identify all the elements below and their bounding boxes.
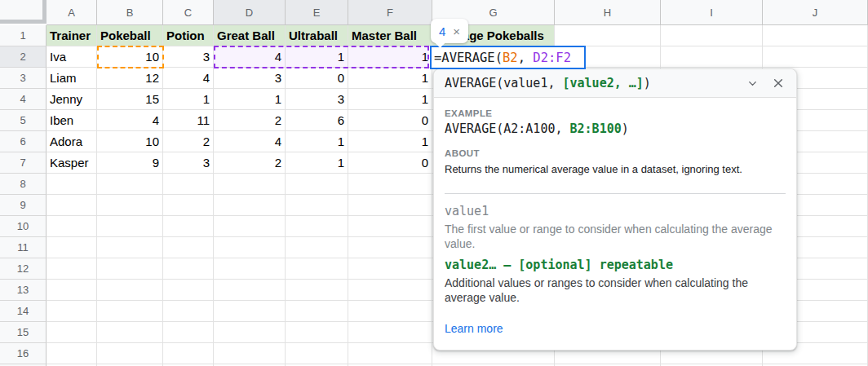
cell-I1[interactable] bbox=[661, 25, 763, 46]
cell-E8[interactable] bbox=[286, 174, 348, 195]
row-header-2[interactable]: 2 bbox=[0, 46, 46, 68]
cell-C9[interactable] bbox=[163, 195, 214, 216]
row-header-5[interactable]: 5 bbox=[0, 110, 46, 131]
cell-C5[interactable]: 11 bbox=[163, 110, 214, 131]
learn-more-link[interactable]: Learn more bbox=[445, 322, 786, 335]
cell-B14[interactable] bbox=[97, 301, 163, 322]
col-header-I[interactable]: I bbox=[661, 0, 763, 25]
cell-B7[interactable]: 9 bbox=[97, 152, 163, 174]
cell-B10[interactable] bbox=[97, 216, 163, 237]
cell-F2[interactable]: 1 bbox=[348, 46, 432, 68]
cell-C3[interactable]: 4 bbox=[163, 68, 214, 89]
cell-D14[interactable] bbox=[214, 301, 286, 322]
row-header-13[interactable]: 13 bbox=[0, 280, 46, 301]
cell-C15[interactable] bbox=[163, 322, 214, 343]
cell-E11[interactable] bbox=[286, 237, 348, 258]
select-all-corner[interactable] bbox=[0, 0, 46, 24]
cell-C7[interactable]: 3 bbox=[163, 152, 214, 174]
cell-A11[interactable] bbox=[46, 237, 97, 258]
cell-F11[interactable] bbox=[348, 237, 432, 258]
cell-B15[interactable] bbox=[97, 322, 163, 343]
cell-D2[interactable]: 4 bbox=[214, 46, 286, 68]
row-header-16[interactable]: 16 bbox=[0, 343, 46, 364]
cell-E15[interactable] bbox=[286, 322, 348, 343]
col-header-D[interactable]: D bbox=[214, 0, 286, 25]
cell-H1[interactable] bbox=[555, 25, 661, 46]
row-header-15[interactable]: 15 bbox=[0, 322, 46, 343]
cell-A4[interactable]: Jenny bbox=[46, 89, 97, 110]
cell-D13[interactable] bbox=[214, 280, 286, 301]
cell-D4[interactable]: 1 bbox=[214, 89, 286, 110]
cell-F5[interactable]: 0 bbox=[348, 110, 432, 131]
cell-F1[interactable]: Master Ball bbox=[348, 25, 432, 46]
cell-D15[interactable] bbox=[214, 322, 286, 343]
col-header-B[interactable]: B bbox=[97, 0, 163, 25]
cell-E1[interactable]: Ultraball bbox=[286, 25, 348, 46]
cell-C12[interactable] bbox=[163, 258, 214, 280]
row-header-14[interactable]: 14 bbox=[0, 301, 46, 322]
cell-D8[interactable] bbox=[214, 174, 286, 195]
cell-D10[interactable] bbox=[214, 216, 286, 237]
cell-B2[interactable]: 10 bbox=[97, 46, 163, 68]
cell-E4[interactable]: 3 bbox=[286, 89, 348, 110]
row-header-4[interactable]: 4 bbox=[0, 89, 46, 110]
cell-F6[interactable]: 1 bbox=[348, 131, 432, 152]
col-header-F[interactable]: F bbox=[348, 0, 432, 25]
cell-I2[interactable] bbox=[661, 46, 763, 68]
row-header-6[interactable]: 6 bbox=[0, 131, 46, 152]
cell-J2[interactable] bbox=[763, 46, 868, 68]
cell-A2[interactable]: Iva bbox=[46, 46, 97, 68]
cell-A6[interactable]: Adora bbox=[46, 131, 97, 152]
cell-E10[interactable] bbox=[286, 216, 348, 237]
cell-F9[interactable] bbox=[348, 195, 432, 216]
cell-C4[interactable]: 1 bbox=[163, 89, 214, 110]
row-header-3[interactable]: 3 bbox=[0, 68, 46, 89]
cell-E3[interactable]: 0 bbox=[286, 68, 348, 89]
cell-D7[interactable]: 2 bbox=[214, 152, 286, 174]
cell-F13[interactable] bbox=[348, 280, 432, 301]
cell-D16[interactable] bbox=[214, 343, 286, 364]
cell-C13[interactable] bbox=[163, 280, 214, 301]
cell-B11[interactable] bbox=[97, 237, 163, 258]
cell-C14[interactable] bbox=[163, 301, 214, 322]
cell-A9[interactable] bbox=[46, 195, 97, 216]
cell-B16[interactable] bbox=[97, 343, 163, 364]
cell-F8[interactable] bbox=[348, 174, 432, 195]
cell-C11[interactable] bbox=[163, 237, 214, 258]
cell-F14[interactable] bbox=[348, 301, 432, 322]
cell-A5[interactable]: Iben bbox=[46, 110, 97, 131]
cell-B1[interactable]: Pokeball bbox=[97, 25, 163, 46]
cell-A14[interactable] bbox=[46, 301, 97, 322]
cell-C10[interactable] bbox=[163, 216, 214, 237]
row-header-12[interactable]: 12 bbox=[0, 258, 46, 280]
col-header-E[interactable]: E bbox=[286, 0, 348, 25]
cell-C16[interactable] bbox=[163, 343, 214, 364]
cell-B6[interactable]: 10 bbox=[97, 131, 163, 152]
row-header-8[interactable]: 8 bbox=[0, 174, 46, 195]
row-header-1[interactable]: 1 bbox=[0, 25, 46, 46]
cell-D9[interactable] bbox=[214, 195, 286, 216]
cell-F16[interactable] bbox=[348, 343, 432, 364]
cell-A16[interactable] bbox=[46, 343, 97, 364]
cell-A10[interactable] bbox=[46, 216, 97, 237]
cell-F3[interactable]: 1 bbox=[348, 68, 432, 89]
cell-A15[interactable] bbox=[46, 322, 97, 343]
cell-A12[interactable] bbox=[46, 258, 97, 280]
cell-F4[interactable]: 1 bbox=[348, 89, 432, 110]
close-icon[interactable] bbox=[772, 77, 785, 90]
cell-D12[interactable] bbox=[214, 258, 286, 280]
row-header-10[interactable]: 10 bbox=[0, 216, 46, 237]
cell-B4[interactable]: 15 bbox=[97, 89, 163, 110]
cell-B12[interactable] bbox=[97, 258, 163, 280]
cell-C8[interactable] bbox=[163, 174, 214, 195]
formula-cell-editor[interactable]: =AVERAGE(B2, D2:F2 bbox=[430, 46, 586, 69]
cell-A7[interactable]: Kasper bbox=[46, 152, 97, 174]
cell-C1[interactable]: Potion bbox=[163, 25, 214, 46]
col-header-A[interactable]: A bbox=[46, 0, 97, 25]
cell-E6[interactable]: 1 bbox=[286, 131, 348, 152]
cell-B9[interactable] bbox=[97, 195, 163, 216]
cell-B5[interactable]: 4 bbox=[97, 110, 163, 131]
cell-F7[interactable]: 0 bbox=[348, 152, 432, 174]
cell-F15[interactable] bbox=[348, 322, 432, 343]
row-header-7[interactable]: 7 bbox=[0, 152, 46, 174]
